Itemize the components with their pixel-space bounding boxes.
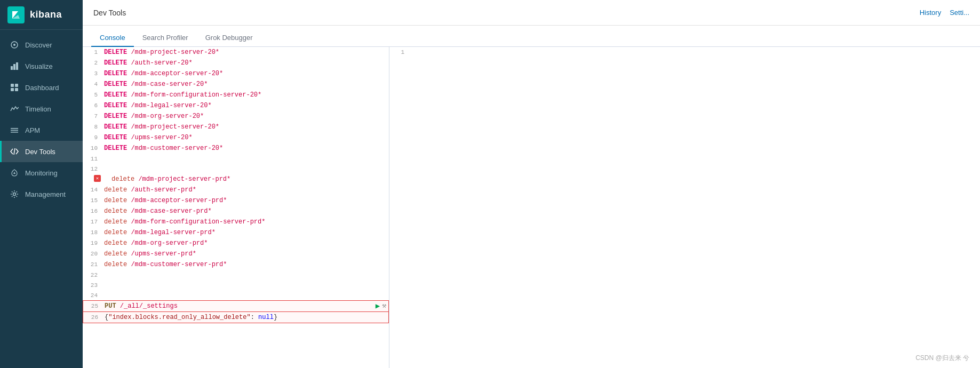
- page-title: Dev Tools: [93, 9, 126, 17]
- tab-search-profiler[interactable]: Search Profiler: [134, 29, 197, 47]
- table-row: 23: [83, 280, 389, 290]
- svg-rect-8: [15, 88, 18, 91]
- table-row: 25 PUT /_all/_settings ▶ ⚒: [83, 300, 389, 312]
- editor-area: 1 DELETE /mdm-project-server-20* 2 DELET…: [83, 47, 980, 368]
- input-panel[interactable]: 1 DELETE /mdm-project-server-20* 2 DELET…: [83, 47, 389, 368]
- kibana-logo-box: [7, 6, 25, 23]
- svg-point-13: [13, 193, 16, 196]
- svg-rect-10: [11, 130, 18, 131]
- table-row: ✕ delete /mdm-project-server-prd*: [83, 174, 389, 185]
- svg-point-1: [13, 44, 15, 46]
- sidebar-item-dashboard-label: Dashboard: [25, 84, 59, 92]
- output-panel: 1: [389, 47, 980, 368]
- sidebar-item-monitoring[interactable]: Monitoring: [0, 162, 83, 183]
- table-row: 9 DELETE /upms-server-20*: [83, 132, 389, 143]
- svg-rect-2: [11, 66, 13, 70]
- table-row: 12: [83, 164, 389, 174]
- svg-rect-9: [11, 128, 18, 129]
- topbar: Dev Tools History Setti...: [83, 0, 980, 26]
- watermark: CSDN @归去来 兮: [915, 354, 969, 363]
- tab-console[interactable]: Console: [91, 29, 134, 47]
- sidebar: kibana Discover Visualize: [0, 0, 83, 368]
- history-link[interactable]: History: [920, 9, 941, 17]
- code-editor[interactable]: 1 DELETE /mdm-project-server-20* 2 DELET…: [83, 47, 389, 368]
- tab-bar: Console Search Profiler Grok Debugger: [83, 26, 980, 47]
- table-row: 6 DELETE /mdm-legal-server-20*: [83, 100, 389, 111]
- tab-grok-debugger[interactable]: Grok Debugger: [197, 29, 261, 47]
- svg-rect-11: [11, 132, 18, 133]
- svg-line-12: [14, 148, 15, 155]
- sidebar-item-visualize[interactable]: Visualize: [0, 55, 83, 77]
- sidebar-item-discover-label: Discover: [25, 41, 52, 49]
- dev-tools-icon: [9, 146, 20, 157]
- sidebar-item-timelion-label: Timelion: [25, 105, 51, 113]
- kibana-logo-text: kibana: [30, 9, 62, 20]
- table-row: 11: [83, 154, 389, 164]
- table-row: 10 DELETE /mdm-customer-server-20*: [83, 143, 389, 154]
- sidebar-item-monitoring-label: Monitoring: [25, 169, 58, 177]
- table-row: 1 DELETE /mdm-project-server-20*: [83, 47, 389, 58]
- management-icon: [9, 189, 20, 199]
- table-row: 22: [83, 270, 389, 280]
- table-row: 15 delete /mdm-acceptor-server-prd*: [83, 195, 389, 206]
- table-row: 19 delete /mdm-org-server-prd*: [83, 238, 389, 249]
- sidebar-item-management[interactable]: Management: [0, 183, 83, 205]
- svg-rect-4: [16, 62, 18, 70]
- sidebar-logo: kibana: [0, 0, 83, 30]
- topbar-actions: History Setti...: [920, 9, 969, 17]
- svg-rect-5: [11, 84, 14, 87]
- settings-link[interactable]: Setti...: [950, 9, 969, 17]
- table-row: 7 DELETE /mdm-org-server-20*: [83, 111, 389, 122]
- svg-rect-7: [11, 88, 14, 91]
- apm-icon: [9, 125, 20, 135]
- table-row: 8 DELETE /mdm-project-server-20*: [83, 122, 389, 132]
- timelion-icon: [9, 103, 20, 114]
- sidebar-item-apm-label: APM: [25, 126, 40, 134]
- table-row: 20 delete /upms-server-prd*: [83, 249, 389, 259]
- table-row: 24: [83, 290, 389, 300]
- main-content: Dev Tools History Setti... Console Searc…: [83, 0, 980, 368]
- sidebar-item-discover[interactable]: Discover: [0, 34, 83, 55]
- sidebar-item-dev-tools[interactable]: Dev Tools: [0, 141, 83, 162]
- sidebar-item-management-label: Management: [25, 190, 66, 198]
- monitoring-icon: [9, 167, 20, 178]
- sidebar-navigation: Discover Visualize: [0, 30, 83, 368]
- table-row: 16 delete /mdm-case-server-prd*: [83, 206, 389, 217]
- output-line: 1: [389, 47, 980, 57]
- table-row: 26 {"index.blocks.read_only_allow_delete…: [83, 312, 389, 323]
- table-row: 4 DELETE /mdm-case-server-20*: [83, 79, 389, 90]
- sidebar-item-timelion[interactable]: Timelion: [0, 98, 83, 119]
- svg-rect-3: [13, 64, 15, 70]
- visualize-icon: [9, 61, 20, 71]
- sidebar-item-dashboard[interactable]: Dashboard: [0, 77, 83, 98]
- discover-icon: [9, 39, 20, 50]
- table-row: 3 DELETE /mdm-acceptor-server-20*: [83, 68, 389, 79]
- sidebar-item-dev-tools-label: Dev Tools: [25, 148, 55, 156]
- table-row: 21 delete /mdm-customer-server-prd*: [83, 259, 389, 270]
- table-row: 18 delete /mdm-legal-server-prd*: [83, 227, 389, 238]
- svg-rect-6: [15, 84, 18, 87]
- table-row: 14 delete /auth-server-prd*: [83, 185, 389, 195]
- error-icon: ✕: [94, 175, 101, 182]
- table-row: 17 delete /mdm-form-configuration-server…: [83, 217, 389, 227]
- run-button[interactable]: ▶: [376, 301, 380, 310]
- line-actions: ▶ ⚒: [376, 301, 386, 310]
- sidebar-item-visualize-label: Visualize: [25, 62, 53, 70]
- table-row: 2 DELETE /auth-server-20*: [83, 58, 389, 68]
- dashboard-icon: [9, 82, 20, 93]
- sidebar-item-apm[interactable]: APM: [0, 119, 83, 141]
- table-row: 5 DELETE /mdm-form-configuration-server-…: [83, 90, 389, 100]
- wrench-button[interactable]: ⚒: [382, 301, 386, 310]
